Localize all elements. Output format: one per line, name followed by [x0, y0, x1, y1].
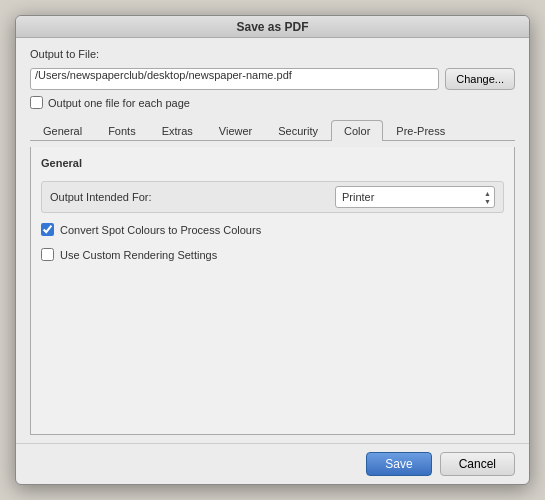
dialog-footer: Save Cancel: [16, 443, 529, 484]
convert-spot-label: Convert Spot Colours to Process Colours: [60, 224, 261, 236]
content-spacer: [41, 271, 504, 424]
output-intended-row: Output Intended For: Printer Screen Gray…: [41, 181, 504, 213]
custom-rendering-row: Use Custom Rendering Settings: [41, 246, 504, 263]
output-one-file-checkbox[interactable]: [30, 96, 43, 109]
tab-content-color: General Output Intended For: Printer Scr…: [30, 147, 515, 435]
tab-prepress[interactable]: Pre-Press: [383, 120, 458, 141]
tab-fonts[interactable]: Fonts: [95, 120, 149, 141]
file-path-row: /Users/newspaperclub/desktop/newspaper-n…: [30, 68, 515, 90]
convert-spot-row: Convert Spot Colours to Process Colours: [41, 221, 504, 238]
color-section-label: General: [41, 157, 504, 169]
custom-rendering-label: Use Custom Rendering Settings: [60, 249, 217, 261]
tab-general[interactable]: General: [30, 120, 95, 141]
file-path-display: /Users/newspaperclub/desktop/newspaper-n…: [30, 68, 439, 90]
save-button[interactable]: Save: [366, 452, 431, 476]
output-file-label: Output to File:: [30, 48, 515, 60]
output-intended-select[interactable]: Printer Screen Grayscale: [335, 186, 495, 208]
dialog-title: Save as PDF: [236, 20, 308, 34]
tab-security[interactable]: Security: [265, 120, 331, 141]
change-button[interactable]: Change...: [445, 68, 515, 90]
convert-spot-checkbox[interactable]: [41, 223, 54, 236]
custom-rendering-checkbox[interactable]: [41, 248, 54, 261]
output-one-file-label: Output one file for each page: [48, 97, 190, 109]
output-intended-select-wrapper: Printer Screen Grayscale: [335, 186, 495, 208]
tab-viewer[interactable]: Viewer: [206, 120, 265, 141]
tab-extras[interactable]: Extras: [149, 120, 206, 141]
tabs-container: General Fonts Extras Viewer Security Col…: [30, 119, 515, 141]
dialog-body: Output to File: /Users/newspaperclub/des…: [16, 38, 529, 443]
titlebar: Save as PDF: [16, 16, 529, 38]
output-intended-label: Output Intended For:: [50, 191, 335, 203]
cancel-button[interactable]: Cancel: [440, 452, 515, 476]
output-one-file-row: Output one file for each page: [30, 96, 515, 109]
tab-color[interactable]: Color: [331, 120, 383, 141]
save-as-pdf-dialog: Save as PDF Output to File: /Users/newsp…: [15, 15, 530, 485]
